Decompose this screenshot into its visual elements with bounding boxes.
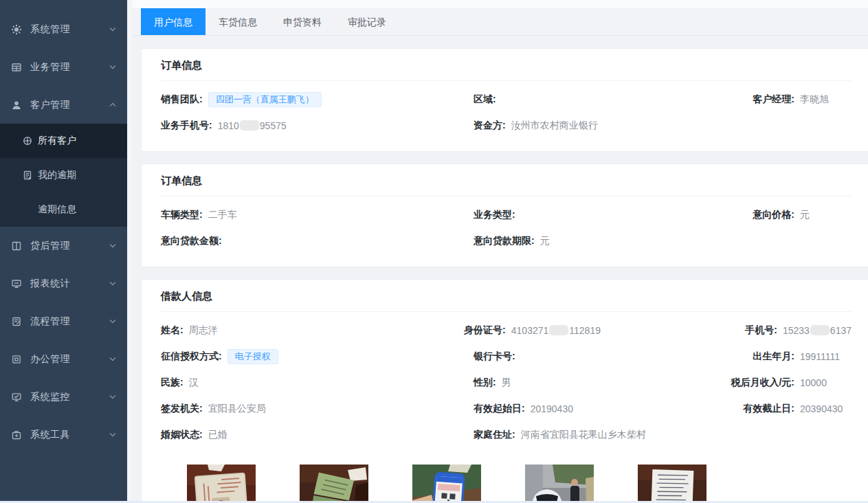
chevron-down-icon — [109, 432, 116, 437]
document-icon — [21, 170, 33, 181]
square-icon — [9, 354, 24, 365]
sidebar-item-label: 贷后管理 — [30, 240, 109, 252]
field-marital-status: 婚姻状态 已婚 — [161, 427, 474, 443]
wheel-icon — [21, 135, 33, 146]
sidebar-item-label: 系统工具 — [30, 429, 109, 441]
customer-management-submenu: 所有客户 我的逾期 逾期信息 — [0, 124, 127, 227]
field-valid-to: 有效截止日 20390430 — [726, 401, 852, 416]
tab-approval-records[interactable]: 审批记录 — [335, 8, 399, 35]
sidebar-item-label: 办公管理 — [30, 353, 109, 366]
sales-team-tag[interactable]: 四团一营（直属王鹏飞） — [208, 92, 322, 107]
sidebar: 系统管理 业务管理 客户管理 所有客户 我的逾期 逾期信息 — [0, 0, 127, 503]
tab-user-info[interactable]: 用户信息 — [141, 8, 205, 35]
clipboard-icon — [9, 316, 24, 327]
sidebar-item-label: 业务管理 — [30, 61, 109, 74]
sidebar-subitem-label: 逾期信息 — [38, 203, 76, 216]
field-business-phone: 业务手机号 181095575 — [161, 118, 474, 133]
sidebar-item-system-management[interactable]: 系统管理 — [0, 10, 127, 48]
field-business-type: 业务类型 — [474, 208, 726, 223]
table-icon — [9, 62, 24, 73]
chevron-down-icon — [109, 243, 116, 248]
credit-auth-qr-photo[interactable] — [412, 465, 481, 503]
sidebar-item-system-tools[interactable]: 系统工具 — [0, 416, 127, 454]
sidebar-item-label: 流程管理 — [30, 315, 109, 328]
field-valid-from: 有效起始日 20190430 — [474, 401, 726, 416]
order-info-card-1: 订单信息 销售团队 四团一营（直属王鹏飞） 区域 客户经理 李晓旭 业务手机号 — [141, 48, 868, 152]
field-ethnicity: 民族 汉 — [161, 375, 474, 390]
order-info-card-2: 订单信息 车辆类型 二手车 业务类型 意向价格 元 意向贷款金额 — [141, 164, 868, 267]
license-booklet-photo[interactable] — [300, 465, 368, 503]
chevron-down-icon — [109, 27, 116, 32]
field-gender: 性别 男 — [474, 375, 726, 390]
field-credit-auth-method: 征信授权方式 电子授权 — [161, 349, 474, 364]
gear-icon — [9, 24, 24, 35]
monitor-icon — [9, 278, 24, 289]
credit-auth-tag[interactable]: 电子授权 — [227, 349, 278, 364]
chevron-down-icon — [109, 357, 116, 361]
toolbox-icon — [9, 429, 24, 440]
field-sales-team: 销售团队 四团一营（直属王鹏飞） — [161, 92, 474, 107]
material-doc-photo[interactable] — [638, 465, 706, 503]
sidebar-item-process-management[interactable]: 流程管理 — [0, 302, 127, 340]
user-icon — [9, 100, 24, 111]
tab-car-loan-info[interactable]: 车贷信息 — [205, 8, 270, 35]
field-id-number: 身份证号 4103271112819 — [464, 323, 709, 338]
redaction-mask — [240, 120, 259, 131]
chevron-down-icon — [109, 65, 116, 69]
monitor-check-icon — [9, 392, 24, 403]
field-bank-card: 银行卡号 — [474, 349, 726, 364]
sidebar-item-business-management[interactable]: 业务管理 — [0, 48, 127, 86]
id-card-photo[interactable] — [187, 465, 256, 503]
chevron-down-icon — [109, 281, 116, 286]
tab-bar: 用户信息 车贷信息 申贷资料 审批记录 — [127, 8, 868, 36]
field-monthly-income: 税后月收入/元 10000 — [726, 375, 852, 390]
person-car-photo[interactable] — [525, 465, 594, 503]
borrower-photos: 身份证 — [161, 443, 852, 503]
sidebar-subitem-label: 所有客户 — [38, 135, 76, 147]
tab-loan-application-docs[interactable]: 申贷资料 — [270, 8, 335, 35]
field-intended-loan-term: 意向贷款期限 元 — [474, 234, 726, 249]
borrower-info-card: 借款人信息 姓名 周志洋 身份证号 4103271112819 手机号 1523… — [141, 279, 868, 503]
sidebar-subitem-my-overdue[interactable]: 我的逾期 — [0, 158, 127, 192]
sidebar-subitem-label: 我的逾期 — [38, 169, 76, 181]
chevron-down-icon — [109, 319, 116, 324]
field-customer-manager: 客户经理 李晓旭 — [726, 92, 852, 107]
page-content: 订单信息 销售团队 四团一营（直属王鹏飞） 区域 客户经理 李晓旭 业务手机号 — [127, 36, 868, 503]
field-phone: 手机号 152336137 — [709, 323, 852, 338]
field-intended-price: 意向价格 元 — [726, 208, 852, 223]
sidebar-subitem-overdue-info[interactable]: 逾期信息 — [0, 192, 127, 227]
card-title: 订单信息 — [161, 49, 852, 81]
sidebar-item-post-loan-management[interactable]: 贷后管理 — [0, 227, 127, 265]
field-vehicle-type: 车辆类型 二手车 — [161, 208, 474, 223]
sidebar-item-label: 报表统计 — [30, 278, 109, 290]
field-funder: 资金方 汝州市农村商业银行 — [474, 118, 726, 133]
field-issuing-authority: 签发机关 宜阳县公安局 — [161, 401, 474, 416]
redaction-mask — [549, 325, 568, 335]
sidebar-item-label: 系统管理 — [30, 23, 109, 36]
field-name: 姓名 周志洋 — [161, 323, 464, 338]
field-region: 区域 — [474, 92, 726, 107]
columns-icon — [9, 241, 24, 252]
sidebar-item-office-management[interactable]: 办公管理 — [0, 340, 127, 378]
card-title: 订单信息 — [161, 164, 852, 197]
sidebar-item-system-monitor[interactable]: 系统监控 — [0, 378, 127, 416]
sidebar-item-label: 客户管理 — [30, 99, 109, 111]
card-title: 借款人信息 — [161, 280, 852, 312]
field-intended-loan-amount: 意向贷款金额 — [161, 234, 474, 249]
chevron-up-icon — [109, 102, 116, 107]
sidebar-item-label: 系统监控 — [30, 391, 109, 403]
sidebar-item-report-statistics[interactable]: 报表统计 — [0, 265, 127, 302]
sidebar-subitem-all-customers[interactable]: 所有客户 — [0, 124, 127, 158]
field-birth-date: 出生年月 19911111 — [726, 349, 852, 364]
sidebar-scroll-track — [127, 0, 132, 503]
field-home-address: 家庭住址 河南省宜阳县花果山乡木柴村 — [474, 427, 726, 443]
top-strip — [127, 0, 868, 8]
chevron-down-icon — [109, 394, 116, 399]
redaction-mask — [810, 325, 830, 335]
main-area: 用户信息 车贷信息 申贷资料 审批记录 订单信息 销售团队 四团一营（直属王鹏飞… — [127, 0, 868, 503]
sidebar-item-customer-management[interactable]: 客户管理 — [0, 86, 127, 124]
